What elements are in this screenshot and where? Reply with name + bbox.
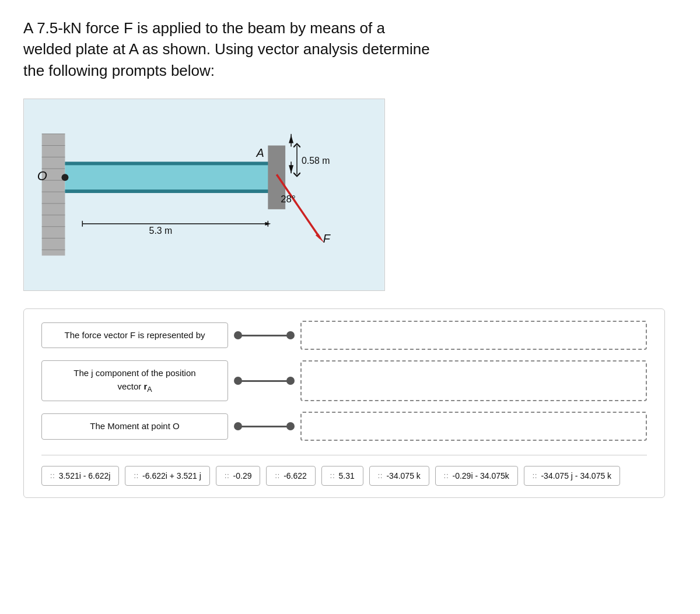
drag-handle-8: :: [533, 472, 538, 480]
quiz-card: The force vector F is represented by The… [23, 308, 665, 498]
connector-1 [234, 331, 295, 339]
svg-rect-0 [24, 99, 384, 290]
line-2 [241, 380, 288, 382]
dot-right-2 [286, 377, 295, 385]
drag-option-3[interactable]: :: -0.29 [216, 466, 261, 486]
drag-handle-6: :: [378, 472, 383, 480]
svg-rect-14 [65, 162, 279, 166]
label-j-component: The j component of the position vector r… [41, 360, 228, 401]
svg-text:28°: 28° [281, 194, 296, 205]
drag-options-container: :: 3.521i - 6.622j :: -6.622i + 3.521 j … [41, 455, 647, 486]
svg-text:A: A [256, 147, 264, 160]
line-3 [241, 426, 288, 427]
drag-option-7[interactable]: :: -0.29i - 34.075k [435, 466, 518, 486]
drag-handle-3: :: [225, 472, 230, 480]
diagram: O A 0.58 m 5.3 m 28° [23, 99, 385, 291]
connector-2 [234, 377, 295, 385]
drag-handle-4: :: [275, 472, 280, 480]
answer-box-3[interactable] [300, 412, 647, 441]
drag-handle-2: :: [134, 472, 139, 480]
dot-right-1 [286, 331, 295, 339]
drag-option-2[interactable]: :: -6.622i + 3.521 j [125, 466, 209, 486]
svg-point-17 [61, 174, 68, 181]
svg-text:F: F [323, 233, 331, 245]
dot-right-3 [286, 422, 295, 430]
svg-text:5.3 m: 5.3 m [149, 226, 173, 236]
drag-option-5[interactable]: :: 5.31 [321, 466, 363, 486]
drag-option-6[interactable]: :: -34.075 k [369, 466, 429, 486]
line-1 [241, 335, 288, 336]
drag-handle-7: :: [444, 472, 449, 480]
answer-box-1[interactable] [300, 321, 647, 350]
drag-option-4[interactable]: :: -6.622 [266, 466, 315, 486]
answer-box-2[interactable] [300, 360, 647, 401]
problem-title: A 7.5-kN force F is applied to the beam … [23, 17, 432, 81]
drag-handle-5: :: [330, 472, 335, 480]
svg-rect-13 [65, 163, 279, 192]
drag-handle-1: :: [50, 472, 55, 480]
svg-text:0.58 m: 0.58 m [302, 156, 330, 166]
connector-3 [234, 422, 295, 430]
drag-option-8[interactable]: :: -34.075 j - 34.075 k [524, 466, 620, 486]
label-force-vector: The force vector F is represented by [41, 322, 228, 349]
matching-row-1: The force vector F is represented by [41, 321, 647, 350]
svg-rect-15 [65, 190, 279, 193]
matching-row-2: The j component of the position vector r… [41, 360, 647, 401]
svg-text:O: O [37, 169, 47, 183]
matching-row-3: The Moment at point O [41, 412, 647, 441]
svg-rect-1 [42, 134, 65, 256]
label-moment: The Moment at point O [41, 413, 228, 440]
drag-option-1[interactable]: :: 3.521i - 6.622j [41, 466, 119, 486]
